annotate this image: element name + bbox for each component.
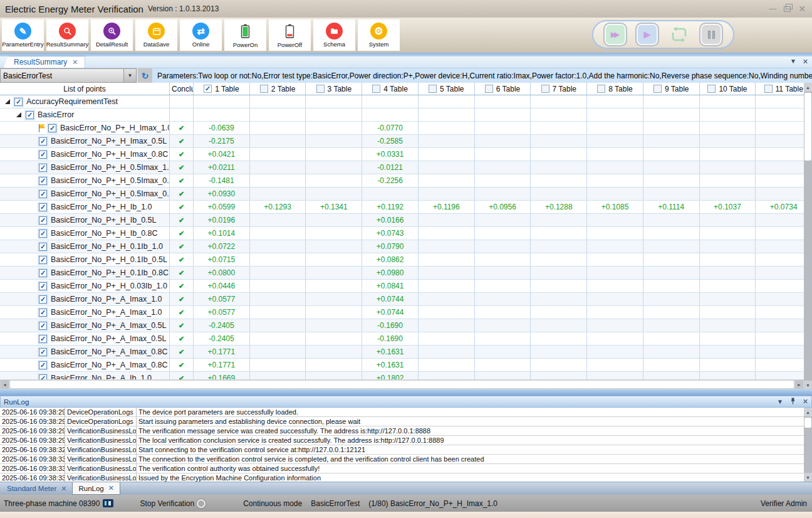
tree-row[interactable]: BasicError_No_P+_H_0.03Ib_1.0✔+0.0446+0.… [0, 280, 812, 293]
expand-arrow-icon[interactable] [16, 112, 21, 117]
log-row[interactable]: 2025-06-16 09:38:32VerificationBusinessL… [0, 445, 812, 455]
result-summary-button[interactable]: ResultSummary [46, 19, 88, 51]
tree-row[interactable]: BasicError [0, 108, 812, 122]
row-checkbox[interactable] [39, 348, 47, 356]
row-checkbox[interactable] [39, 335, 47, 343]
log-row[interactable]: 2025-06-16 09:38:29VerificationBusinessL… [0, 426, 812, 436]
table-select-checkbox[interactable] [541, 85, 549, 93]
tree-row[interactable]: BasicError_No_P+_H_0.1Ib_1.0✔+0.0722+0.0… [0, 240, 812, 253]
tree-row[interactable]: BasicError_No_P+_H_0.1Ib_0.5L✔+0.0715+0.… [0, 253, 812, 267]
tree-row[interactable]: BasicError_No_P+_A_Imax_0.5L✔-0.2405-0.1… [0, 319, 812, 332]
tree-row[interactable]: BasicError_No_P+_H_Ib_0.8C✔+0.1014+0.074… [0, 227, 812, 240]
pin-icon[interactable] [790, 398, 796, 406]
row-checkbox[interactable] [26, 111, 34, 119]
row-checkbox[interactable] [39, 374, 47, 380]
chevron-down-icon[interactable]: ▼ [777, 398, 783, 405]
tree-row[interactable]: BasicError_No_P+_H_Imax_0.5L✔-0.2175-0.2… [0, 135, 812, 148]
column-header[interactable]: 9 Table [643, 83, 700, 95]
row-checkbox[interactable] [39, 164, 47, 172]
log-row[interactable]: 2025-06-16 09:38:29VerificationBusinessL… [0, 436, 812, 445]
tree-row[interactable]: BasicError_No_P+_H_0.5Imax_0.5L✔-0.1481-… [0, 174, 812, 188]
table-select-checkbox[interactable] [653, 85, 662, 93]
close-icon[interactable]: ✕ [803, 58, 808, 66]
scroll-down-icon[interactable]: ▼ [804, 473, 812, 482]
tree-row[interactable]: AccuracyRequirementTest [0, 95, 812, 108]
parameter-entry-button[interactable]: ✎ ParameterEntry [2, 19, 44, 51]
panel-splitter[interactable] [0, 389, 812, 396]
scroll-thumb[interactable] [10, 381, 794, 388]
tree-row[interactable]: BasicError_No_P+_H_Ib_0.5L✔+0.0196+0.016… [0, 214, 812, 227]
log-row[interactable]: 2025-06-16 09:38:33VerificationBusinessL… [0, 473, 812, 482]
table-select-checkbox[interactable] [485, 85, 493, 93]
close-icon[interactable]: ✕ [798, 4, 806, 13]
tree-row[interactable]: BasicError_No_P+_H_Imax_0.8C✔+0.0421+0.0… [0, 148, 812, 161]
table-select-checkbox[interactable] [764, 85, 773, 93]
table-select-checkbox[interactable] [372, 85, 380, 93]
table-select-checkbox[interactable] [316, 85, 325, 93]
system-button[interactable]: ⚙ System [358, 19, 400, 51]
row-checkbox[interactable] [14, 98, 23, 106]
expand-arrow-icon[interactable] [5, 99, 10, 104]
row-checkbox[interactable] [39, 203, 47, 211]
tree-row[interactable]: BasicError_No_P+_H_Ib_1.0✔+0.0599+0.1293… [0, 201, 812, 214]
row-checkbox[interactable] [48, 124, 56, 132]
row-checkbox[interactable] [39, 322, 47, 330]
vertical-scrollbar[interactable]: ▲ ▼ [804, 83, 812, 389]
horizontal-scrollbar[interactable]: ◄ ► [0, 379, 812, 389]
restore-icon[interactable] [784, 6, 791, 12]
column-header[interactable]: 1 Table [194, 83, 250, 95]
tree-row[interactable]: BasicError_No_P+_A_Imax_0.5L✔-0.2405-0.1… [0, 332, 812, 346]
column-header[interactable]: 10 Table [700, 83, 756, 95]
row-checkbox[interactable] [39, 361, 47, 369]
runlog-scrollbar[interactable]: ▲ ▼ [804, 408, 812, 482]
tab-close-icon[interactable]: ✕ [108, 484, 114, 492]
points-column-header[interactable]: List of points [0, 83, 170, 95]
stop-verification-control[interactable]: Stop Verification [140, 499, 206, 508]
loop-icon[interactable] [667, 23, 691, 46]
tab-close-icon[interactable]: ✕ [61, 485, 66, 493]
scroll-thumb[interactable] [804, 418, 811, 428]
row-checkbox[interactable] [39, 282, 47, 290]
chevron-down-icon[interactable]: ▼ [123, 69, 136, 82]
tree-row[interactable]: BasicError_No_P+_A_Ib_1.0✔+0.1669+0.1802 [0, 372, 812, 379]
row-checkbox[interactable] [39, 309, 47, 317]
data-save-button[interactable]: DataSave [135, 19, 177, 51]
stop-indicator-icon[interactable] [197, 499, 206, 508]
tab-runlog[interactable]: RunLog ✕ [72, 482, 120, 495]
tree-row[interactable]: BasicError_No_P+_H_0.5Imax_0.8C✔+0.0930 [0, 188, 812, 201]
runlog-header[interactable]: RunLog ▼ ✕ [0, 396, 812, 408]
chevron-down-icon[interactable]: ▼ [790, 58, 796, 66]
power-off-button[interactable]: PowerOff [269, 19, 311, 51]
row-checkbox[interactable] [39, 295, 47, 304]
column-header[interactable]: 3 Table [306, 83, 362, 95]
row-checkbox[interactable] [39, 190, 47, 198]
test-scheme-dropdown[interactable]: BasicErrorTest ▼ [0, 68, 137, 83]
close-icon[interactable]: ✕ [803, 398, 808, 406]
tree-row[interactable]: BasicError_No_P+_A_Imax_0.8C✔+0.1771+0.1… [0, 346, 812, 359]
scroll-up-icon[interactable]: ▲ [804, 408, 812, 416]
column-header[interactable]: 2 Table [250, 83, 306, 95]
log-row[interactable]: 2025-06-16 09:38:29DeviceOperationLogsTh… [0, 408, 812, 417]
refresh-icon[interactable]: ↻ [138, 68, 152, 83]
online-button[interactable]: ⇄ Online [180, 19, 222, 51]
tree-row[interactable]: BasicError_No_P+_H_Imax_1.0✔-0.0639-0.07… [0, 122, 812, 135]
tree-row[interactable]: BasicError_No_P+_H_0.5Imax_1.0✔+0.0211-0… [0, 161, 812, 174]
power-on-button[interactable]: PowerOn [224, 19, 266, 51]
row-checkbox[interactable] [39, 137, 47, 145]
tree-row[interactable]: BasicError_No_P+_A_Imax_1.0✔+0.0577+0.07… [0, 293, 812, 306]
schema-button[interactable]: Schema [313, 19, 355, 51]
scroll-down-icon[interactable]: ▼ [804, 381, 812, 389]
tree-row[interactable]: BasicError_No_P+_A_Imax_0.8C✔+0.1771+0.1… [0, 359, 812, 372]
scroll-right-icon[interactable]: ► [795, 380, 803, 389]
column-header[interactable]: 6 Table [475, 83, 531, 95]
column-header[interactable]: 7 Table [531, 83, 587, 95]
log-row[interactable]: 2025-06-16 09:38:33VerificationBusinessL… [0, 464, 812, 473]
scroll-up-icon[interactable]: ▲ [804, 83, 812, 92]
row-checkbox[interactable] [39, 216, 47, 225]
table-select-checkbox[interactable] [260, 85, 268, 93]
table-select-checkbox[interactable] [707, 85, 716, 93]
log-row[interactable]: 2025-06-16 09:38:33VerificationBusinessL… [0, 455, 812, 464]
fast-forward-icon[interactable]: ▶▶ [603, 23, 627, 46]
conclusion-column-header[interactable]: Conclu [170, 83, 194, 95]
row-checkbox[interactable] [39, 177, 47, 185]
